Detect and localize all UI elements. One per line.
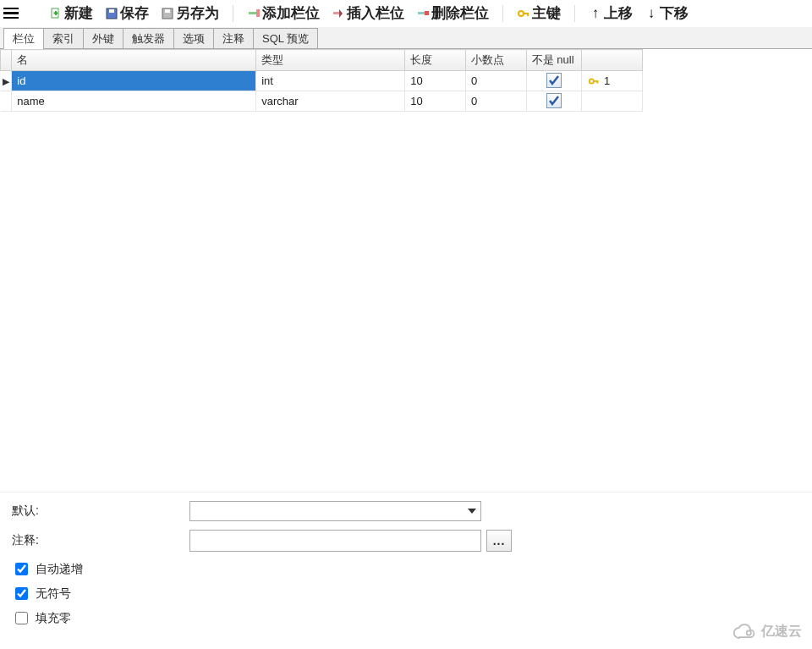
add-field-icon — [247, 7, 261, 20]
grid-header-row: 名 类型 长度 小数点 不是 null — [1, 50, 643, 71]
checkmark-icon — [546, 93, 562, 108]
cell-length[interactable]: 10 — [405, 91, 466, 112]
primary-key-button[interactable]: 主键 — [512, 2, 566, 25]
key-icon — [587, 75, 601, 87]
save-as-icon — [161, 7, 174, 20]
cloud-icon — [732, 624, 756, 641]
new-button[interactable]: 新建 — [44, 2, 98, 25]
insert-field-icon — [332, 7, 345, 20]
save-icon — [105, 7, 118, 20]
move-down-label: 下移 — [660, 3, 689, 23]
delete-field-label: 删除栏位 — [431, 3, 489, 23]
cell-key[interactable]: 1 — [582, 71, 643, 91]
cell-decimals[interactable]: 0 — [466, 71, 527, 91]
add-field-label: 添加栏位 — [262, 3, 320, 23]
insert-field-button[interactable]: 插入栏位 — [326, 2, 409, 25]
toolbar-separator — [502, 5, 503, 22]
svg-rect-12 — [527, 13, 529, 16]
row-marker: ▶ — [1, 71, 12, 91]
delete-field-icon — [416, 7, 430, 20]
col-length[interactable]: 长度 — [405, 50, 466, 71]
cell-type[interactable]: int — [256, 71, 405, 91]
tab-indexes[interactable]: 索引 — [43, 28, 84, 49]
cell-length[interactable]: 10 — [405, 71, 466, 91]
unsigned-checkbox[interactable] — [15, 587, 28, 600]
chevron-down-icon — [464, 502, 480, 520]
zerofill-checkbox[interactable] — [15, 612, 28, 624]
auto-increment-label[interactable]: 自动递增 — [36, 562, 83, 577]
col-type[interactable]: 类型 — [256, 50, 405, 71]
arrow-up-icon: ↑ — [589, 7, 602, 20]
svg-rect-4 — [165, 9, 170, 13]
toolbar-separator — [233, 5, 233, 22]
tab-fields[interactable]: 栏位 — [3, 28, 44, 49]
save-label: 保存 — [120, 3, 149, 23]
tab-foreign-keys[interactable]: 外键 — [83, 28, 123, 49]
tab-options[interactable]: 选项 — [173, 28, 214, 49]
insert-field-label: 插入栏位 — [347, 3, 404, 23]
svg-rect-6 — [256, 9, 260, 17]
cell-key[interactable] — [582, 91, 643, 112]
comment-label: 注释: — [12, 533, 189, 548]
main-toolbar: 新建 保存 另存为 添加栏位 插入栏位 删除栏位 主键 — [0, 0, 812, 27]
move-down-button[interactable]: ↓ 下移 — [639, 2, 694, 25]
checkmark-icon — [546, 73, 562, 88]
delete-field-button[interactable]: 删除栏位 — [411, 2, 494, 25]
auto-increment-checkbox[interactable] — [15, 563, 28, 575]
zerofill-label[interactable]: 填充零 — [36, 611, 71, 626]
row-marker — [1, 91, 12, 112]
move-up-button[interactable]: ↑ 上移 — [584, 2, 638, 25]
new-icon — [49, 7, 63, 20]
cell-name[interactable]: id — [12, 71, 256, 91]
cell-not-null[interactable] — [526, 91, 582, 112]
designer-tabs: 栏位 索引 外键 触发器 选项 注释 SQL 预览 — [0, 27, 812, 49]
tab-triggers[interactable]: 触发器 — [123, 28, 174, 49]
key-index: 1 — [604, 74, 610, 87]
cell-decimals[interactable]: 0 — [466, 91, 527, 112]
primary-key-label: 主键 — [532, 3, 561, 23]
tab-comment[interactable]: 注释 — [213, 28, 254, 49]
new-label: 新建 — [64, 3, 93, 23]
toolbar-separator — [574, 5, 575, 22]
default-combobox[interactable] — [189, 501, 481, 521]
col-key[interactable] — [582, 50, 643, 71]
svg-point-16 — [747, 630, 751, 635]
fields-grid: 名 类型 长度 小数点 不是 null ▶idint100 1namevarch… — [0, 49, 643, 112]
cell-type[interactable]: varchar — [256, 91, 405, 112]
svg-rect-2 — [109, 9, 114, 13]
comment-input[interactable] — [189, 530, 481, 552]
cell-not-null[interactable] — [526, 71, 582, 91]
unsigned-label[interactable]: 无符号 — [36, 586, 71, 602]
field-properties-panel: 默认: 注释: ... 自动递增 无符号 填充零 亿速云 — [0, 492, 812, 649]
key-icon — [517, 7, 530, 20]
svg-rect-9 — [425, 11, 429, 15]
move-up-label: 上移 — [604, 3, 633, 23]
cell-name[interactable]: name — [12, 91, 256, 112]
default-label: 默认: — [12, 503, 189, 519]
watermark-text: 亿速云 — [761, 623, 802, 641]
save-button[interactable]: 保存 — [100, 2, 154, 25]
svg-rect-15 — [597, 80, 599, 84]
table-row[interactable]: namevarchar100 — [1, 91, 643, 112]
col-not-null[interactable]: 不是 null — [526, 50, 582, 71]
comment-expand-button[interactable]: ... — [486, 530, 512, 552]
svg-rect-5 — [249, 12, 257, 14]
col-name[interactable]: 名 — [12, 50, 256, 71]
tab-sql-preview[interactable]: SQL 预览 — [253, 28, 318, 49]
add-field-button[interactable]: 添加栏位 — [242, 2, 325, 25]
table-row[interactable]: ▶idint100 1 — [1, 71, 643, 91]
save-as-button[interactable]: 另存为 — [156, 2, 224, 25]
arrow-down-icon: ↓ — [645, 7, 658, 20]
col-decimals[interactable]: 小数点 — [466, 50, 527, 71]
watermark: 亿速云 — [732, 623, 802, 641]
save-as-label: 另存为 — [176, 3, 219, 23]
menu-icon[interactable] — [3, 6, 19, 21]
